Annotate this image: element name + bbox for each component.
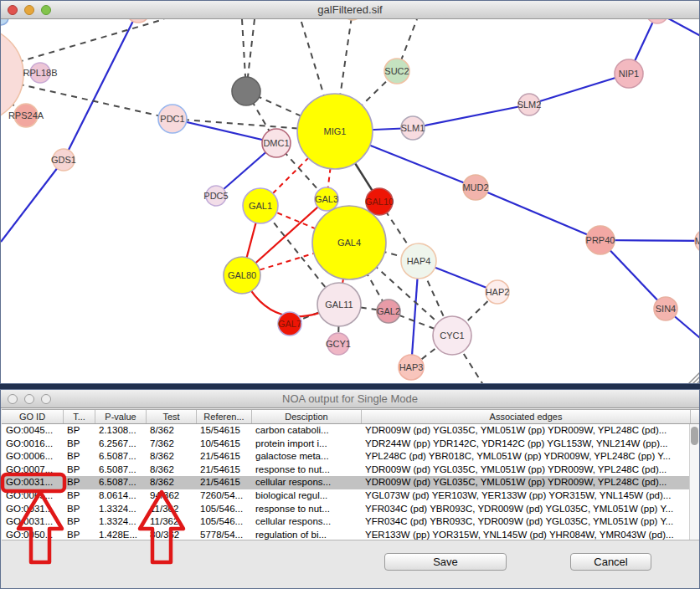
table-cell[interactable]: response to nut...	[251, 464, 361, 477]
table-cell[interactable]: 6.5087...	[95, 450, 146, 464]
table-cell[interactable]: 1.428E...	[95, 529, 146, 540]
column-header-3[interactable]: Test	[146, 410, 196, 423]
table-row[interactable]: GO:0045...BP2.1308...8/36215/54615carbon…	[2, 424, 689, 438]
table-cell[interactable]: YFR034C (pd) YBR093C, YDR009W (pd) YGL03…	[361, 515, 689, 529]
table-row[interactable]: GO:0016...BP6.2567...7/36210/54615protei…	[2, 438, 689, 451]
table-cell[interactable]: YFR034C (pd) YBR093C, YDR009W (pd) YGL03…	[361, 503, 689, 516]
table-cell[interactable]: BP	[63, 503, 95, 516]
table-cell[interactable]: regulation of bi...	[251, 529, 361, 540]
table-cell[interactable]: GO:0006...	[2, 450, 63, 464]
table-row[interactable]: GO:0031...BP1.3324...11/362105/546...res…	[2, 503, 689, 516]
table-cell[interactable]: 105/546...	[196, 515, 251, 529]
cancel-button[interactable]: Cancel	[570, 553, 651, 571]
table-cell[interactable]: YDR244W (pp) YDR142C, YDR142C (pp) YGL15…	[361, 438, 689, 451]
table-row[interactable]: GO:0006...BP6.5087...8/36221/54615galact…	[2, 450, 689, 464]
graph-edge[interactable]	[1, 19, 164, 74]
table-row[interactable]: GO:0007...BP6.5087...8/36221/54615respon…	[2, 464, 689, 477]
table-cell[interactable]: BP	[63, 424, 95, 438]
column-header-6[interactable]: Associated edges	[361, 410, 690, 423]
column-header-5[interactable]: Desciption	[251, 410, 361, 423]
table-cell[interactable]: BP	[63, 438, 95, 451]
resize-grip[interactable]	[697, 381, 699, 383]
table-cell[interactable]: response to nut...	[251, 503, 361, 516]
table-cell[interactable]: cellular respons...	[251, 476, 361, 489]
table-cell[interactable]: YDR009W (pd) YGL035C, YML051W (pp) YDR00…	[361, 424, 689, 438]
network-titlebar[interactable]: galFiltered.sif	[1, 1, 699, 19]
table-cell[interactable]: biological regul...	[251, 489, 361, 503]
network-canvas[interactable]: RPL18BRPS24AGDS1PDC1DMC1MIG1SUC2SLM1SLM2…	[1, 19, 699, 383]
table-cell[interactable]: BP	[63, 529, 95, 540]
table-cell[interactable]: BP	[63, 489, 95, 503]
table-cell[interactable]: 8/362	[146, 424, 196, 438]
table-cell[interactable]: carbon cataboli...	[251, 424, 361, 438]
table-cell[interactable]: 8.0614...	[95, 489, 146, 503]
table-cell[interactable]: GO:0050...	[2, 529, 63, 540]
table-cell[interactable]: 5778/54...	[196, 529, 251, 540]
table-cell[interactable]: protein import i...	[251, 438, 361, 451]
table-cell[interactable]: BP	[63, 450, 95, 464]
table-cell[interactable]: GO:0031...	[2, 476, 63, 489]
graph-node-topGreen[interactable]	[343, 19, 362, 20]
graph-node-gray[interactable]	[232, 77, 260, 105]
table-scrollbar[interactable]	[689, 424, 699, 540]
table-cell[interactable]: cellular respons...	[251, 515, 361, 529]
table-cell[interactable]: 8/362	[146, 464, 196, 477]
column-header-2[interactable]: P-value	[95, 410, 146, 423]
table-cell[interactable]: GO:0031...	[2, 503, 63, 516]
table-cell[interactable]: GO:0031...	[2, 515, 63, 529]
table-cell[interactable]: 6.5087...	[95, 476, 146, 489]
table-cell[interactable]: GO:0007...	[2, 464, 63, 477]
scrollbar-thumb[interactable]	[691, 427, 698, 445]
table-cell[interactable]: 11/362	[146, 503, 196, 516]
table-cell[interactable]: 94/362	[146, 489, 196, 503]
table-cell[interactable]: GO:0016...	[2, 438, 63, 451]
table-cell[interactable]: YDR009W (pd) YGL035C, YML051W (pp) YDR00…	[361, 476, 689, 489]
graph-node-topRightPink[interactable]	[646, 19, 668, 23]
table-cell[interactable]: 15/54615	[196, 424, 251, 438]
table-cell[interactable]: 11/362	[146, 515, 196, 529]
table-cell[interactable]: galactose meta...	[251, 450, 361, 464]
table-cell[interactable]: BP	[63, 515, 95, 529]
table-cell[interactable]: 2.1308...	[95, 424, 146, 438]
table-row[interactable]: GO:0031...BP6.5087...8/36221/54615cellul…	[2, 476, 689, 489]
graph-node-cornerBlue[interactable]	[1, 19, 8, 25]
table-cell[interactable]: 21/54615	[196, 476, 251, 489]
table-cell[interactable]: 105/546...	[196, 503, 251, 516]
save-button[interactable]: Save	[384, 553, 507, 571]
graph-edge[interactable]	[1, 160, 64, 242]
graph-edge[interactable]	[172, 119, 276, 143]
table-cell[interactable]: 21/54615	[196, 450, 251, 464]
table-row[interactable]: GO:0065...BP8.0614...94/3627260/54...bio…	[2, 489, 689, 503]
table-cell[interactable]: 7/362	[146, 438, 196, 451]
column-header-1[interactable]: T...	[63, 410, 95, 423]
graph-edge[interactable]	[413, 105, 529, 128]
graph-node-topPink[interactable]	[126, 19, 150, 23]
noa-titlebar[interactable]: NOA output for Single Mode	[1, 390, 699, 408]
table-cell[interactable]: 6.5087...	[95, 464, 146, 477]
table-cell[interactable]: YGL073W (pd) YER103W, YER133W (pp) YOR31…	[361, 489, 689, 503]
table-cell[interactable]: 1.3324...	[95, 503, 146, 516]
table-cell[interactable]: 8/362	[146, 476, 196, 489]
resize-grip[interactable]	[688, 372, 699, 383]
column-header-4[interactable]: Referen...	[196, 410, 251, 423]
table-cell[interactable]: YER133W (pp) YOR315W, YNL145W (pd) YHR08…	[361, 529, 689, 540]
table-cell[interactable]: YPL248C (pd) YBR018C, YML051W (pp) YDR00…	[361, 450, 689, 464]
graph-edge[interactable]	[476, 187, 600, 240]
table-cell[interactable]: YDR009W (pd) YGL035C, YML051W (pp) YDR00…	[361, 464, 689, 477]
table-cell[interactable]: 21/54615	[196, 464, 251, 477]
table-row[interactable]: GO:0031...BP1.3324...11/362105/546...cel…	[2, 515, 689, 529]
graph-edge[interactable]	[64, 19, 138, 160]
table-cell[interactable]: 8/362	[146, 450, 196, 464]
table-cell[interactable]: 10/54615	[196, 438, 251, 451]
table-cell[interactable]: GO:0065...	[2, 489, 63, 503]
table-cell[interactable]: 6.2567...	[95, 438, 146, 451]
graph-edge[interactable]	[529, 74, 629, 105]
column-header-0[interactable]: GO ID	[2, 410, 63, 423]
table-cell[interactable]: 1.3324...	[95, 515, 146, 529]
table-cell[interactable]: GO:0045...	[2, 424, 63, 438]
table-cell[interactable]: BP	[63, 476, 95, 489]
table-cell[interactable]: 80/362	[146, 529, 196, 540]
table-row[interactable]: GO:0050...BP1.428E...80/3625778/54...reg…	[2, 529, 689, 540]
table-cell[interactable]: BP	[63, 464, 95, 477]
table-cell[interactable]: 7260/54...	[196, 489, 251, 503]
